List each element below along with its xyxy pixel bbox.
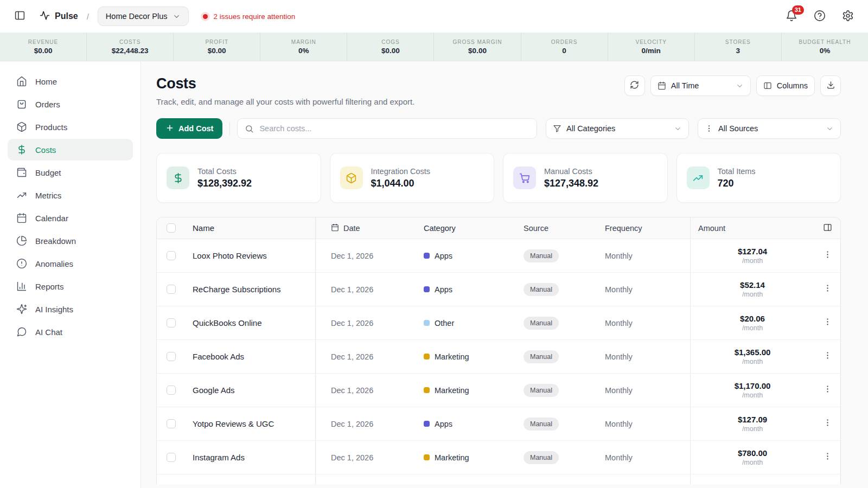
time-filter-select[interactable]: All Time (650, 75, 751, 96)
row-checkbox[interactable] (167, 419, 176, 428)
source-filter-value: All Sources (718, 124, 758, 133)
kpi-velocity: Velocity0/min (608, 33, 694, 61)
refresh-button[interactable] (624, 75, 645, 96)
sidebar-item-ai-insights[interactable]: AI Insights (8, 298, 133, 320)
sidebar-item-ai-chat[interactable]: AI Chat (8, 321, 133, 343)
bar-chart-icon (16, 281, 27, 292)
select-all-checkbox[interactable] (167, 223, 176, 233)
row-checkbox[interactable] (167, 386, 176, 395)
category-dot (424, 387, 430, 393)
sidebar-item-budget[interactable]: Budget (8, 162, 133, 183)
row-menu-button[interactable] (814, 452, 840, 463)
column-header-category[interactable]: Category (423, 224, 520, 233)
issues-alert[interactable]: 2 issues require attention (203, 12, 295, 21)
source-badge: Manual (524, 249, 559, 262)
store-selector[interactable]: Home Decor Plus (98, 7, 189, 26)
column-header-name[interactable]: Name (185, 223, 315, 233)
dollar-icon (167, 166, 189, 189)
export-button[interactable] (820, 75, 841, 96)
sidebar-item-orders[interactable]: Orders (8, 93, 133, 115)
row-checkbox[interactable] (167, 251, 176, 260)
category-dot (424, 286, 430, 292)
page-title: Costs (156, 75, 414, 92)
row-menu-button[interactable] (814, 317, 840, 329)
calendar-icon (331, 223, 339, 233)
kebab-icon (823, 351, 832, 362)
card-integration-costs: Integration Costs$1,044.00 (330, 153, 495, 203)
table-row[interactable]: ReCharge Subscriptions Dec 1, 2026 Apps … (157, 273, 840, 306)
sidebar-item-anomalies[interactable]: Anomalies (8, 253, 133, 274)
kpi-cogs: COGS$0.00 (347, 33, 433, 61)
source-filter-select[interactable]: All Sources (698, 118, 841, 139)
wallet-icon (16, 167, 27, 178)
column-header-amount[interactable]: Amount (691, 224, 814, 233)
sidebar-item-costs[interactable]: Costs (8, 139, 133, 160)
table-row[interactable]: Instagram Ads Dec 1, 2026 Marketing Manu… (157, 441, 840, 474)
kebab-icon (823, 418, 832, 429)
columns-button[interactable]: Columns (756, 75, 815, 96)
column-header-frequency[interactable]: Frequency (605, 224, 690, 233)
add-cost-label: Add Cost (178, 124, 213, 133)
category-filter-value: All Categories (566, 124, 615, 133)
sidebar-item-home[interactable]: Home (8, 70, 133, 92)
topbar-actions: 31 (786, 10, 854, 23)
kpi-costs: Costs$22,448.23 (86, 33, 173, 61)
breadcrumb-separator: / (87, 12, 89, 21)
table-header: Name Date Category Source Frequency Amou… (157, 217, 840, 239)
row-menu-button[interactable] (814, 418, 840, 429)
table-row[interactable]: Yotpo Reviews & UGC Dec 1, 2026 Apps Man… (157, 407, 840, 441)
table-row-partial (157, 474, 840, 484)
page-header: Costs Track, edit, and manage all your c… (156, 75, 414, 106)
columns-icon (763, 81, 772, 90)
sidebar-item-metrics[interactable]: Metrics (8, 184, 133, 206)
source-badge: Manual (524, 451, 559, 464)
table-row[interactable]: QuickBooks Online Dec 1, 2026 Other Manu… (157, 306, 840, 340)
trending-up-icon (16, 190, 27, 201)
shopping-bag-icon (16, 99, 27, 110)
sidebar-item-reports[interactable]: Reports (8, 275, 133, 297)
table-row[interactable]: Google Ads Dec 1, 2026 Marketing Manual … (157, 374, 840, 407)
topbar: Pulse / Home Decor Plus 2 issues require… (0, 0, 868, 33)
calendar-icon (658, 81, 666, 90)
table-row[interactable]: Loox Photo Reviews Dec 1, 2026 Apps Manu… (157, 239, 840, 273)
search-box (237, 118, 537, 139)
category-filter-select[interactable]: All Categories (546, 118, 689, 139)
sidebar-toggle-button[interactable] (14, 10, 25, 23)
column-header-source[interactable]: Source (520, 224, 605, 233)
source-badge: Manual (524, 283, 559, 296)
row-checkbox[interactable] (167, 352, 176, 361)
card-total-costs: Total Costs$128,392.92 (156, 153, 321, 203)
row-checkbox[interactable] (167, 318, 176, 328)
settings-button[interactable] (842, 10, 854, 23)
page-subtitle: Track, edit, and manage all your costs w… (156, 97, 414, 106)
row-menu-button[interactable] (814, 284, 840, 295)
table-columns-button[interactable] (814, 223, 840, 234)
row-checkbox[interactable] (167, 285, 176, 294)
more-vertical-icon (705, 124, 713, 133)
table-row[interactable]: Facebook Ads Dec 1, 2026 Marketing Manua… (157, 340, 840, 374)
search-input[interactable] (259, 124, 529, 133)
costs-table: Name Date Category Source Frequency Amou… (156, 217, 841, 484)
kpi-budget-health: Budget Health0% (781, 33, 868, 61)
dollar-icon (16, 144, 27, 155)
notifications-button[interactable]: 31 (786, 10, 797, 23)
category-dot (424, 354, 430, 359)
package-icon (340, 166, 363, 189)
sidebar-item-breakdown[interactable]: Breakdown (8, 230, 133, 252)
sidebar: Home Orders Products Costs Budget Metric… (0, 62, 141, 488)
columns-button-label: Columns (777, 81, 808, 90)
row-menu-button[interactable] (814, 384, 840, 396)
sidebar-item-products[interactable]: Products (8, 116, 133, 138)
filter-icon (553, 124, 561, 133)
message-circle-icon (16, 326, 27, 337)
help-button[interactable] (814, 10, 826, 23)
row-menu-button[interactable] (814, 351, 840, 362)
column-header-date[interactable]: Date (316, 223, 423, 233)
row-checkbox[interactable] (167, 453, 176, 462)
search-icon (245, 124, 254, 133)
alert-text: 2 issues require attention (213, 12, 295, 21)
row-menu-button[interactable] (814, 250, 840, 261)
sidebar-item-calendar[interactable]: Calendar (8, 207, 133, 229)
add-cost-button[interactable]: Add Cost (156, 118, 222, 139)
plus-icon (165, 124, 174, 134)
